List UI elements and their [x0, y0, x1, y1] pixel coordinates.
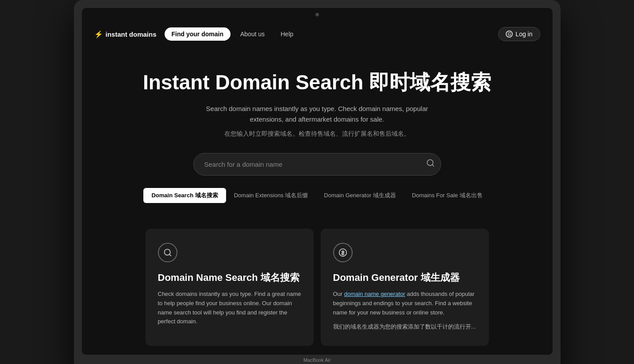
- camera-dot: [82, 8, 553, 16]
- search-card-description: Check domains instantly as you type. Fin…: [158, 290, 301, 326]
- search-card-title: Domain Name Search 域名搜索: [158, 272, 301, 284]
- search-container: [193, 153, 441, 176]
- help-nav-link[interactable]: Help: [274, 27, 300, 41]
- browser-content: ⚡ instant domains Find your domain About…: [82, 19, 553, 355]
- hero-subtitle-zh: 在您输入时立即搜索域名。检查待售域名、流行扩展名和售后域名。: [91, 130, 544, 138]
- svg-line-1: [432, 165, 434, 166]
- svg-line-3: [169, 254, 171, 256]
- hero-subtitle: Search domain names instantly as you typ…: [202, 103, 432, 125]
- about-us-nav-link[interactable]: About us: [234, 27, 271, 41]
- bolt-icon: ⚡: [94, 30, 103, 38]
- search-input[interactable]: [193, 153, 441, 176]
- login-button[interactable]: G Log in: [498, 27, 540, 41]
- macbook-label: MacBook Air: [82, 355, 553, 364]
- generator-card-description: Our domain name generator adds thousands…: [333, 290, 476, 317]
- tab-domain-search[interactable]: Domain Search 域名搜索: [143, 188, 226, 203]
- laptop-frame: ⚡ instant domains Find your domain About…: [74, 0, 561, 364]
- tab-domains-for-sale[interactable]: Domains For Sale 域名出售: [404, 188, 491, 203]
- tab-domain-extensions[interactable]: Domain Extensions 域名后缀: [226, 188, 316, 203]
- search-button[interactable]: [426, 159, 435, 170]
- logo: ⚡ instant domains: [94, 30, 157, 38]
- generator-link[interactable]: domain name generator: [344, 291, 405, 297]
- domain-search-card: Domain Name Search 域名搜索 Check domains in…: [146, 229, 314, 346]
- search-icon: [426, 159, 435, 168]
- find-domain-nav-button[interactable]: Find your domain: [165, 27, 231, 41]
- feature-cards: Domain Name Search 域名搜索 Check domains in…: [82, 229, 553, 355]
- login-label: Log in: [515, 31, 532, 38]
- hero-title: Instant Domain Search 即时域名搜索: [91, 71, 544, 94]
- generator-desc-prefix: Our: [333, 291, 344, 297]
- search-card-icon: [158, 243, 177, 262]
- dollar-card-icon: [333, 243, 353, 262]
- tabs-bar: Domain Search 域名搜索 Domain Extensions 域名后…: [91, 188, 544, 203]
- google-icon: G: [506, 31, 513, 38]
- hero-section: Instant Domain Search 即时域名搜索 Search doma…: [82, 49, 553, 229]
- logo-text: instant domains: [106, 31, 157, 38]
- navbar: ⚡ instant domains Find your domain About…: [82, 19, 553, 49]
- generator-desc-zh: 我们的域名生成器为您的搜索添加了数以千计的流行开...: [333, 322, 476, 332]
- generator-card-title: Domain Generator 域生成器: [333, 272, 476, 284]
- tab-domain-generator[interactable]: Domain Generator 域生成器: [316, 188, 404, 203]
- domain-generator-card: Domain Generator 域生成器 Our domain name ge…: [321, 229, 489, 346]
- laptop-screen: ⚡ instant domains Find your domain About…: [82, 8, 553, 355]
